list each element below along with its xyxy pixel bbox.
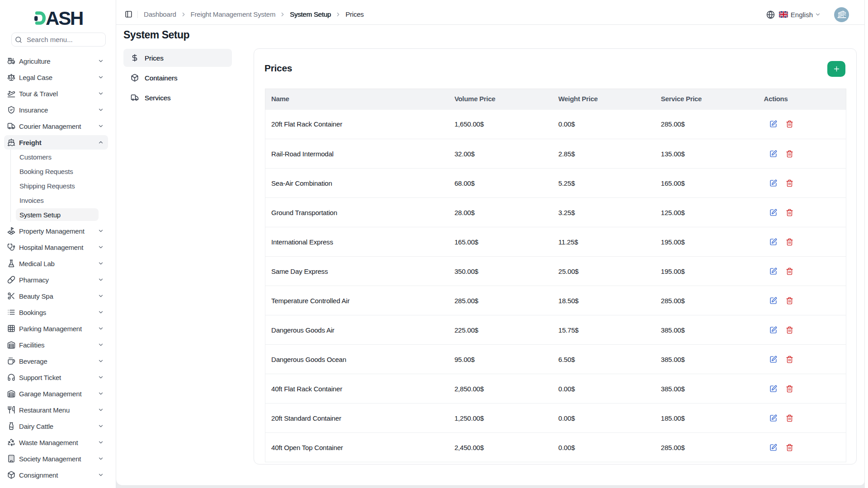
svg-text:ASH: ASH (46, 10, 83, 26)
